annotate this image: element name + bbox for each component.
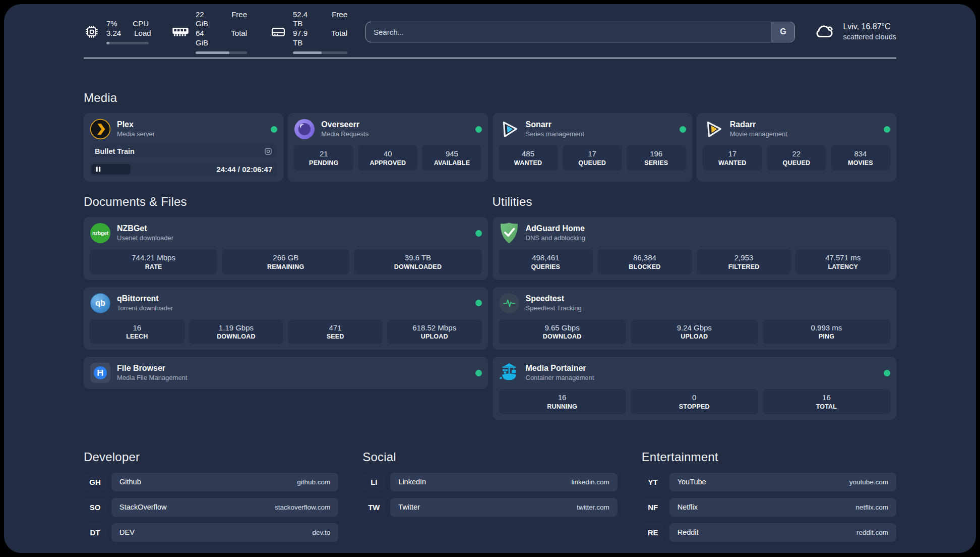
qbittorrent-icon: qb [90,293,110,313]
stat-available: 945 AVAILABLE [422,145,481,171]
bookmark-twitter[interactable]: TW Twitter twitter.com [362,498,617,517]
bookmark-name: DEV [119,528,135,536]
app-card-adguard[interactable]: AdGuard Home DNS and adblocking 498,461 … [493,217,897,280]
disk-free-label: Free [332,10,347,29]
disk-stat-widget: 52.4 TB Free 97.9 TB Total [270,10,347,54]
app-description: Torrent downloader [117,304,173,312]
nzbget-icon: nzbget [90,223,110,243]
system-stats: 7% CPU 3.24 Load [84,10,347,54]
memory-icon [172,25,189,38]
bookmark-github[interactable]: GH Github github.com [84,473,338,491]
header: 7% CPU 3.24 Load [84,16,896,47]
stat-filtered: 2,953 FILTERED [697,249,791,274]
memory-stat-widget: 22 GiB Free 64 GiB Total [172,10,247,54]
bookmark-name: Reddit [678,528,699,536]
app-description: Media Requests [321,130,369,138]
dashboard-panel: 7% CPU 3.24 Load [4,4,976,553]
bookmark-url: netflix.com [855,504,888,511]
app-card-radarr[interactable]: Radarr Movie management 17 WANTED 22 QUE… [697,113,896,182]
stat-approved: 40 APPROVED [358,145,417,171]
stat-leech: 16 LEECH [90,319,185,345]
section-title-media: Media [84,91,896,105]
stat-rate: 744.21 Mbps RATE [90,249,217,274]
bookmark-linkedin[interactable]: LI LinkedIn linkedin.com [362,473,617,491]
memory-progress-bar [196,51,247,54]
bookmark-youtube[interactable]: YT YouTube youtube.com [642,473,896,491]
status-dot [475,126,482,133]
app-card-sonarr[interactable]: Sonarr Series management 485 WANTED 17 Q… [493,113,692,182]
bookmark-group-entertainment: Entertainment YT YouTube youtube.com NF … [642,450,896,542]
bookmark-dev[interactable]: DT DEV dev.to [84,523,338,542]
app-name: Speedtest [526,294,582,304]
app-description: Speedtest Tracking [526,304,582,312]
stat-download: 9.65 Gbps DOWNLOAD [499,319,626,345]
camera-icon[interactable] [264,147,272,155]
cpu-label: CPU [133,19,149,29]
bookmark-abbr: RE [642,523,664,542]
bookmark-reddit[interactable]: RE Reddit reddit.com [642,523,896,542]
bookmark-abbr: SO [84,498,106,517]
status-dot [271,126,277,133]
stat-queued: 22 QUEUED [767,145,826,171]
app-name: Sonarr [526,120,584,130]
memory-free-value: 22 GiB [196,10,218,29]
plex-icon [90,119,111,140]
section-title-utilities: Utilities [493,195,897,209]
bookmark-url: reddit.com [856,529,888,536]
adguard-icon [499,222,520,244]
now-playing-row: Bullet Train [90,144,277,158]
disk-icon [270,24,286,40]
app-name: Radarr [730,120,787,130]
app-card-qbittorrent[interactable]: qb qBittorrent Torrent downloader [84,287,488,350]
stat-ping: 0.993 ms PING [763,319,890,345]
pause-button[interactable] [91,164,131,175]
weather-condition: scattered clouds [843,32,896,42]
app-card-overseerr[interactable]: Overseerr Media Requests 21 PENDING 40 A… [288,113,487,182]
disk-free-value: 52.4 TB [293,10,319,29]
filebrowser-icon [90,363,110,383]
app-card-nzbget[interactable]: nzbget NZBGet Usenet downloader 74 [84,217,488,280]
bookmark-name: Github [119,478,141,486]
disk-total-value: 97.9 TB [293,29,318,48]
stat-running: 16 RUNNING [499,389,626,414]
status-dot [475,300,482,306]
bookmark-url: github.com [297,478,330,486]
player-bar: 24:44 / 02:06:47 [90,162,277,176]
search-input[interactable] [366,22,771,42]
app-card-speedtest[interactable]: Speedtest Speedtest Tracking 9.65 Gbps D… [493,287,897,350]
app-name: File Browser [117,363,187,373]
cpu-stat-widget: 7% CPU 3.24 Load [84,10,149,54]
app-card-filebrowser[interactable]: File Browser Media File Management [84,357,488,389]
section-title-social: Social [362,450,617,464]
stat-wanted: 17 WANTED [703,145,762,171]
bookmark-abbr: NF [642,498,664,517]
app-name: Media Portainer [526,363,594,373]
app-card-plex[interactable]: Plex Media server Bullet Train [84,113,283,182]
header-divider [84,58,896,59]
stat-blocked: 86,384 BLOCKED [597,249,692,274]
bookmark-url: stackoverflow.com [275,504,330,511]
section-title-developer: Developer [84,450,338,464]
bookmark-name: StackOverflow [119,503,166,511]
speedtest-icon [499,293,519,313]
bookmark-url: linkedin.com [572,478,609,486]
search-engine-button[interactable]: G [771,22,794,42]
bookmark-group-developer: Developer GH Github github.com SO StackO… [84,450,338,542]
stat-wanted: 485 WANTED [499,145,558,171]
app-card-portainer[interactable]: Media Portainer Container management 16 … [493,357,897,420]
stat-upload: 618.52 Mbps UPLOAD [387,319,482,345]
bookmark-abbr: GH [84,473,106,491]
stat-series: 196 SERIES [627,145,686,171]
stat-downloaded: 39.6 TB DOWNLOADED [354,249,481,274]
bookmark-netflix[interactable]: NF Netflix netflix.com [642,498,896,517]
disk-total-label: Total [331,29,347,48]
app-name: AdGuard Home [526,224,586,234]
app-name: NZBGet [117,224,173,234]
stat-remaining: 266 GB REMAINING [222,249,349,274]
memory-total-value: 64 GiB [196,29,218,48]
bookmark-url: youtube.com [849,478,888,486]
weather-location: Lviv, 16.87°C [843,22,896,32]
app-description: Usenet downloader [117,234,173,242]
bookmark-stackoverflow[interactable]: SO StackOverflow stackoverflow.com [84,498,338,517]
stat-queued: 17 QUEUED [563,145,622,171]
